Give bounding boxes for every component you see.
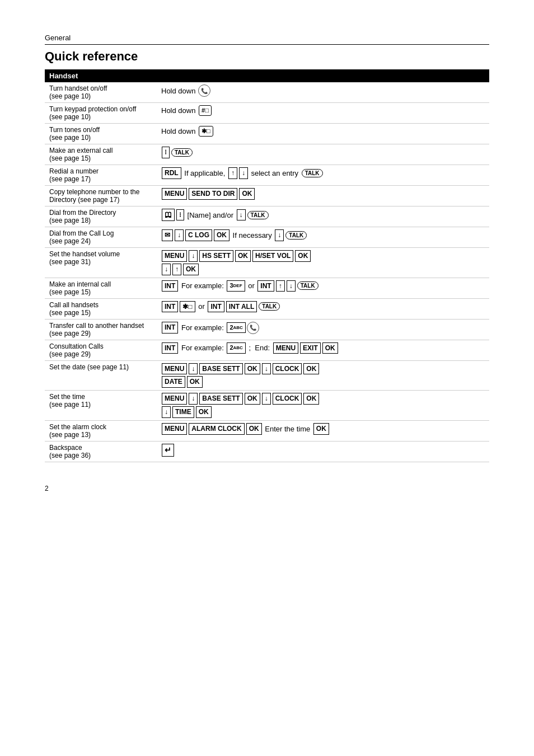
int-btn3: INT xyxy=(162,301,178,313)
base-sett-btn: BASE SETT xyxy=(199,363,242,375)
select-entry-text: select an entry xyxy=(249,169,301,177)
row-action: MENU ↓ HS SETT OK H/SET VOL OK ↓ ↑ OK xyxy=(157,248,489,278)
talk-button: TALK xyxy=(171,148,193,157)
talk-button3: TALK xyxy=(247,211,269,219)
row-label: Consultation Calls (see page 29) xyxy=(45,340,157,360)
row-label: Dial from the Call Log (see page 24) xyxy=(45,227,157,248)
for-example2-text: For example: xyxy=(179,323,226,332)
row-label: Turn tones on/off (see page 10) xyxy=(45,124,157,144)
row-label: Turn keypad protection on/off (see page … xyxy=(45,103,157,124)
table-row: Backspace (see page 36) ↵ xyxy=(45,441,489,462)
row-action: MENU ALARM CLOCK OK Enter the time OK xyxy=(157,420,489,441)
menu-btn: MENU xyxy=(162,188,187,200)
or-text: or xyxy=(246,281,257,290)
name-text: [Name] and/or xyxy=(185,211,236,219)
send-to-dir-btn: SEND TO DIR xyxy=(189,188,237,200)
talk-button2: TALK xyxy=(302,169,323,177)
table-row: Copy telephone number to the Directory (… xyxy=(45,186,489,206)
row-action: MENU ↓ BASE SETT OK ↓ CLOCK OK DATE OK xyxy=(157,360,489,391)
book-icon: 🕮 xyxy=(162,209,175,221)
ok-btn8: OK xyxy=(303,363,319,375)
num2-btn: 2ABC xyxy=(227,322,245,333)
table-row: Dial from the Call Log (see page 24) ✉ ↓… xyxy=(45,227,489,248)
end-text: ; End: xyxy=(247,344,272,352)
row-action: ✉ ↓ C LOG OK If necessary ↓ TALK xyxy=(157,227,489,248)
menu-btn5: MENU xyxy=(162,393,187,405)
for-example-text: For example: xyxy=(179,281,226,290)
row-action: ⁝ TALK xyxy=(157,144,489,165)
ok-btn9: OK xyxy=(187,376,203,388)
ok-btn11: OK xyxy=(303,393,319,405)
arrow-down-btn: ↓ xyxy=(239,167,248,179)
talk-button6: TALK xyxy=(259,302,280,311)
row-action: Hold down 📞 xyxy=(157,82,489,103)
row-action: INT For example: 2ABC 📞 xyxy=(157,319,489,340)
table-row: Transfer call to another handset (see pa… xyxy=(45,319,489,340)
row-label: Set the date (see page 11) xyxy=(45,360,157,391)
ok-btn10: OK xyxy=(245,393,260,405)
arrow-down-time3: ↓ xyxy=(162,406,171,418)
arrow-down-btn2: ↓ xyxy=(237,209,246,221)
menu-btn6: MENU xyxy=(162,423,187,435)
arrow-down-date2: ↓ xyxy=(262,363,271,375)
for-example3-text: For example: xyxy=(179,344,226,352)
rdl-button: RDL xyxy=(162,167,181,179)
ok-btn13: OK xyxy=(246,423,262,435)
page-title: Quick reference xyxy=(45,49,489,64)
row-action: Hold down #□ xyxy=(157,103,489,124)
keypad-icon: ⁝ xyxy=(162,147,170,158)
row-label: Dial from the Directory (see page 18) xyxy=(45,206,157,227)
row-label: Copy telephone number to the Directory (… xyxy=(45,186,157,206)
table-row: Turn handset on/off (see page 10) Hold d… xyxy=(45,82,489,103)
arrow-down-time: ↓ xyxy=(189,393,198,405)
star2-icon: ✱□ xyxy=(180,301,195,313)
clock-btn2: CLOCK xyxy=(273,393,302,405)
row-action: INT For example: 2ABC ; End: MENU EXIT O… xyxy=(157,340,489,360)
ok-btn6: OK xyxy=(322,342,338,354)
row-label: Call all handsets (see page 15) xyxy=(45,298,157,319)
num3-btn: 3DEF xyxy=(227,280,245,291)
arrow-up-vol: ↑ xyxy=(172,264,181,275)
ok-btn14: OK xyxy=(313,423,329,435)
clock-btn: CLOCK xyxy=(273,363,302,375)
ok-btn5: OK xyxy=(183,264,199,275)
if-applicable-text: If applicable, xyxy=(182,169,227,177)
or2-text: or xyxy=(196,302,207,311)
enter-time-text: Enter the time xyxy=(263,425,312,433)
row-action: MENU SEND TO DIR OK xyxy=(157,186,489,206)
int-btn6: INT xyxy=(162,342,178,354)
row-label: Transfer call to another handset (see pa… xyxy=(45,319,157,340)
int-btn2: INT xyxy=(257,280,274,292)
if-necessary-text: If necessary xyxy=(231,231,274,240)
ok-btn7: OK xyxy=(245,363,260,375)
row-action: Hold down ✱□ xyxy=(157,124,489,144)
table-header: Handset xyxy=(45,69,489,82)
section-label: General xyxy=(45,34,489,42)
table-row: Make an internal call (see page 15) INT … xyxy=(45,278,489,298)
star-icon: ✱□ xyxy=(199,126,213,137)
table-row: Make an external call (see page 15) ⁝ TA… xyxy=(45,144,489,165)
off-icon2: 📞 xyxy=(247,322,259,334)
arrow-down-date: ↓ xyxy=(189,363,198,375)
row-label: Backspace (see page 36) xyxy=(45,441,157,462)
row-action: INT ✱□ or INT INT ALL TALK xyxy=(157,298,489,319)
off-icon: 📞 xyxy=(198,84,210,97)
hold-down-text2: Hold down xyxy=(161,106,198,115)
table-row: Set the alarm clock (see page 13) MENU A… xyxy=(45,420,489,441)
table-row: Set the handset volume (see page 31) MEN… xyxy=(45,248,489,278)
row-action: ↵ xyxy=(157,441,489,462)
clog-btn: C LOG xyxy=(185,229,212,241)
time-btn: TIME xyxy=(172,406,194,418)
base-sett-btn2: BASE SETT xyxy=(199,393,242,405)
table-row: Turn keypad protection on/off (see page … xyxy=(45,103,489,124)
menu-btn3: MENU xyxy=(273,342,298,354)
row-label: Set the time (see page 11) xyxy=(45,391,157,421)
row-label: Turn handset on/off (see page 10) xyxy=(45,82,157,103)
arrow-down-time2: ↓ xyxy=(262,393,271,405)
ok-btn3: OK xyxy=(235,250,251,262)
arrow-down-clog: ↓ xyxy=(175,229,184,241)
hset-vol-btn: H/SET VOL xyxy=(252,250,293,262)
page-number: 2 xyxy=(45,485,489,492)
table-row: Dial from the Directory (see page 18) 🕮 … xyxy=(45,206,489,227)
hash-icon: #□ xyxy=(199,105,212,116)
